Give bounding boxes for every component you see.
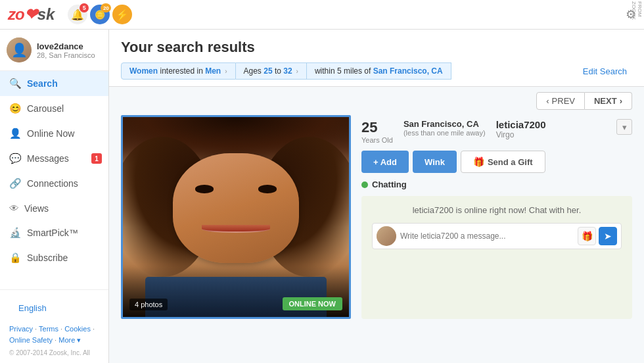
sidebar-user-detail: 28, San Francisco <box>37 51 95 59</box>
sidebar-footer: English Privacy · Terms · Cookies · Onli… <box>0 289 108 363</box>
sidebar-item-views[interactable]: 👁 Views <box>0 196 108 220</box>
age-group: 25 Years Old <box>361 119 393 144</box>
sidebar-username: love2dance <box>37 41 95 51</box>
action-buttons: + Add Wink 🎁 Send a Gift <box>361 151 632 173</box>
sidebar-item-smartpick[interactable]: 🔬 SmartPick™ <box>0 220 108 245</box>
layout: love2dance 28, San Francisco 🔍 Search 😊 … <box>0 30 644 363</box>
sidebar-item-label: Online Now <box>27 128 74 139</box>
connections-icon: 🔗 <box>9 178 22 189</box>
gift-icon: 🎁 <box>473 157 484 167</box>
photo-count-badge: 4 photos <box>129 299 168 310</box>
online-now-badge: ONLINE NOW <box>283 297 343 310</box>
sidebar-item-label: Subscribe <box>27 253 68 263</box>
sidebar-item-connections[interactable]: 🔗 Connections <box>0 171 108 196</box>
profile-age: 25 <box>361 119 393 136</box>
chat-online-notice: leticia7200 is online right now! Chat wi… <box>372 205 622 215</box>
views-icon: 👁 <box>9 203 19 214</box>
terms-link[interactable]: Terms <box>39 325 58 333</box>
user-info: love2dance 28, San Francisco <box>37 41 95 59</box>
watermark: FROM ZOOSK <box>630 0 644 30</box>
profile-photo <box>123 117 349 317</box>
smartpick-icon: 🔬 <box>9 227 22 239</box>
username-group: leticia7200 Virgo <box>496 119 546 139</box>
subscribe-icon: 🔒 <box>9 252 22 264</box>
edit-search-button[interactable]: Edit Search <box>578 63 632 80</box>
profile-header-row: 25 Years Old San Francisco, CA (less tha… <box>361 115 632 144</box>
chat-avatar-image <box>377 226 396 246</box>
prev-button[interactable]: ‹ PREV <box>536 92 585 110</box>
sidebar-item-label: SmartPick™ <box>27 228 78 238</box>
sidebar-item-subscribe[interactable]: 🔒 Subscribe <box>0 245 108 270</box>
notifications-badge: 5 <box>80 3 89 12</box>
online-now-icon: 👤 <box>9 128 22 139</box>
copyright-text: © 2007-2014 Zoosk, Inc. All <box>9 349 99 356</box>
profile-info: 25 Years Old San Francisco, CA (less tha… <box>361 115 632 319</box>
nav-buttons: ‹ PREV NEXT › <box>536 92 632 110</box>
header-icons: 🔔 5 🪙 20 ⚡ <box>68 5 132 24</box>
language-selector[interactable]: English <box>9 297 99 320</box>
search-filter-bar: Women interested in Men › Ages 25 to 32 … <box>121 62 632 80</box>
filter-age[interactable]: Ages 25 to 32 › <box>236 62 307 80</box>
main-content: Your search results Women interested in … <box>109 30 644 363</box>
carousel-icon: 😊 <box>9 103 22 114</box>
search-icon: 🔍 <box>9 78 22 89</box>
coins-button[interactable]: 🪙 20 <box>90 5 110 24</box>
location-group: San Francisco, CA (less than one mile aw… <box>403 119 486 137</box>
privacy-link[interactable]: Privacy <box>9 325 33 333</box>
sidebar-item-label: Search <box>27 78 58 89</box>
sidebar-item-label: Messages <box>27 153 69 164</box>
page-title: Your search results <box>121 39 632 56</box>
chat-emoji-button[interactable]: 🎁 <box>578 227 596 245</box>
sidebar-item-label: Carousel <box>27 103 64 114</box>
next-button[interactable]: NEXT › <box>585 92 632 110</box>
coins-badge: 20 <box>101 3 111 12</box>
gift-label: Send a Gift <box>488 157 533 167</box>
filter-gender[interactable]: Women interested in Men › <box>121 62 236 80</box>
chat-message-input[interactable] <box>400 231 574 241</box>
avatar <box>7 37 32 62</box>
logo[interactable]: zo ❤ sk <box>8 5 55 24</box>
sidebar-item-messages[interactable]: 💬 Messages 1 <box>0 146 108 171</box>
cookies-link[interactable]: Cookies <box>64 325 91 333</box>
wink-button[interactable]: Wink <box>413 151 457 173</box>
avatar-image <box>7 37 32 62</box>
sidebar: love2dance 28, San Francisco 🔍 Search 😊 … <box>0 30 109 363</box>
messages-icon: 💬 <box>9 153 22 164</box>
sidebar-item-online-now[interactable]: 👤 Online Now <box>0 121 108 146</box>
footer-links: Privacy · Terms · Cookies · Online Safet… <box>9 324 99 347</box>
user-profile[interactable]: love2dance 28, San Francisco <box>0 30 108 71</box>
notifications-button[interactable]: 🔔 5 <box>68 5 87 24</box>
chat-send-options: 🎁 ➤ <box>578 227 617 245</box>
profile-area: 4 photos ONLINE NOW 25 Years Old San Fra… <box>109 115 644 331</box>
sidebar-item-carousel[interactable]: 😊 Carousel <box>0 96 108 121</box>
header: zo ❤ sk 🔔 5 🪙 20 ⚡ ⚙ FROM ZOOSK <box>0 0 644 30</box>
filter-location[interactable]: within 5 miles of San Francisco, CA <box>307 62 451 80</box>
chat-send-button[interactable]: ➤ <box>599 227 617 245</box>
profile-expand-button[interactable]: ▾ <box>616 119 632 135</box>
profile-sign: Virgo <box>496 130 546 139</box>
chat-avatar <box>377 226 396 246</box>
more-link[interactable]: More ▾ <box>58 336 81 344</box>
boost-button[interactable]: ⚡ <box>112 5 132 24</box>
gift-button[interactable]: 🎁 Send a Gift <box>461 151 545 173</box>
messages-badge: 1 <box>91 153 102 164</box>
chatting-label: Chatting <box>372 180 407 189</box>
results-nav: ‹ PREV NEXT › <box>109 87 644 115</box>
age-label: Years Old <box>361 136 393 144</box>
sidebar-item-label: Connections <box>27 178 78 189</box>
sidebar-item-search[interactable]: 🔍 Search <box>0 71 108 96</box>
profile-location-sub: (less than one mile away) <box>403 129 486 137</box>
profile-location: San Francisco, CA <box>403 119 486 129</box>
main-header: Your search results Women interested in … <box>109 30 644 87</box>
chatting-status: Chatting <box>361 180 632 189</box>
profile-username: leticia7200 <box>496 119 546 130</box>
chat-input-row: 🎁 ➤ <box>372 223 622 249</box>
chatting-dot <box>361 182 368 188</box>
sidebar-item-label: Views <box>24 203 49 214</box>
add-button[interactable]: + Add <box>361 151 409 173</box>
online-safety-link[interactable]: Online Safety <box>9 336 53 344</box>
nav-items: 🔍 Search 😊 Carousel 👤 Online Now 💬 Messa… <box>0 71 108 289</box>
profile-photo-container[interactable]: 4 photos ONLINE NOW <box>121 115 351 319</box>
chat-area: leticia7200 is online right now! Chat wi… <box>361 196 632 319</box>
